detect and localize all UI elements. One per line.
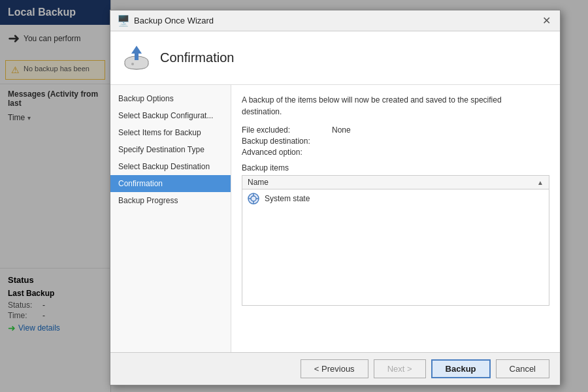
content-description: A backup of the items below will now be …	[242, 94, 549, 118]
table-scroll-area: System state	[242, 189, 549, 297]
svg-point-3	[131, 63, 134, 65]
wizard-nav: Backup Options Select Backup Configurat.…	[110, 85, 231, 352]
nav-item-specify-destination[interactable]: Specify Destination Type	[110, 141, 231, 158]
cancel-button[interactable]: Cancel	[496, 359, 549, 378]
dialog-header-icon	[121, 39, 152, 76]
dialog-title-area: 🖥️ Backup Once Wizard	[117, 14, 214, 27]
backup-destination-value	[332, 137, 549, 146]
nav-item-select-backup-config[interactable]: Select Backup Configurat...	[110, 107, 231, 124]
nav-item-backup-options[interactable]: Backup Options	[110, 90, 231, 107]
file-excluded-value: None	[332, 125, 549, 135]
info-grid: File excluded: None Backup destination: …	[242, 125, 549, 157]
backup-button[interactable]: Backup	[431, 359, 491, 378]
dialog-titlebar: 🖥️ Backup Once Wizard ✕	[110, 10, 560, 31]
next-button[interactable]: Next >	[374, 359, 426, 378]
previous-button[interactable]: < Previous	[301, 359, 368, 378]
table-row: System state	[242, 189, 549, 208]
wizard-content: A backup of the items below will now be …	[231, 85, 560, 352]
dialog-header-title: Confirmation	[160, 50, 234, 65]
dialog-footer: < Previous Next > Backup Cancel	[110, 352, 560, 385]
backup-item-name: System state	[265, 194, 310, 203]
advanced-option-label: Advanced option:	[242, 148, 327, 157]
table-sort-icon: ▲	[537, 179, 544, 186]
nav-item-backup-progress[interactable]: Backup Progress	[110, 192, 231, 209]
backup-destination-label: Backup destination:	[242, 137, 327, 146]
backup-header-icon	[121, 39, 152, 71]
table-header: Name ▲	[242, 176, 549, 189]
dialog-header: Confirmation	[110, 31, 560, 85]
dialog-body: Backup Options Select Backup Configurat.…	[110, 85, 560, 352]
backup-items-section-label: Backup items	[242, 163, 549, 172]
file-excluded-label: File excluded:	[242, 125, 327, 135]
nav-item-select-destination[interactable]: Select Backup Destination	[110, 158, 231, 175]
nav-item-select-items[interactable]: Select Items for Backup	[110, 124, 231, 141]
dialog-title-text: Backup Once Wizard	[134, 16, 214, 25]
advanced-option-value	[332, 148, 549, 157]
wizard-dialog: 🖥️ Backup Once Wizard ✕ Confirmation Bac…	[110, 10, 561, 385]
dialog-title-icon: 🖥️	[117, 14, 130, 27]
system-state-icon	[248, 193, 259, 204]
nav-item-confirmation[interactable]: Confirmation	[110, 175, 231, 192]
backup-items-table: Name ▲	[242, 175, 549, 306]
dialog-close-button[interactable]: ✕	[540, 16, 553, 26]
table-name-column-header: Name	[248, 178, 269, 187]
